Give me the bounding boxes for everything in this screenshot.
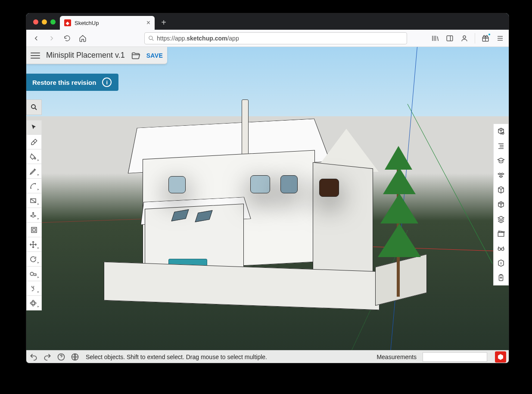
browser-tab[interactable]: ◆ SketchUp × [60,16,155,30]
help-button[interactable] [56,352,66,362]
eraser-tool[interactable] [26,135,42,149]
svg-rect-6 [31,227,37,233]
svg-rect-12 [498,233,504,236]
nav-forward-button[interactable] [46,33,57,44]
model-house [117,103,341,310]
open-folder-button[interactable] [131,51,140,60]
house-shutter [319,179,339,197]
rectangle-tool[interactable]: ▸ [26,193,42,208]
window-minimize-button[interactable] [42,19,47,25]
toolbar-divider [475,33,475,43]
house-window [168,176,186,193]
walk-tool[interactable]: ▸ [26,281,42,296]
paint-tool[interactable]: ▸ [26,149,42,164]
sidebar-icon[interactable] [445,34,454,43]
model-tree [375,133,423,297]
sketchup-logo-icon[interactable] [495,351,506,363]
document-title: Minisplit Placement v.1 [46,51,125,60]
svg-point-0 [149,36,152,39]
redo-button[interactable] [43,352,52,362]
browser-tab-strip: ◆ SketchUp × + [26,13,509,30]
rotate-tool[interactable]: ▸ [26,252,42,267]
account-icon[interactable] [460,34,469,43]
tool-search-button[interactable] [26,99,42,115]
app-menu-button[interactable] [496,34,504,43]
scenes-panel[interactable] [494,226,508,241]
outliner-panel[interactable] [494,139,508,153]
tags-panel[interactable] [494,212,508,226]
move-tool[interactable]: ▸ [26,237,42,252]
offset-tool[interactable] [26,223,42,237]
measurements-label: Measurements [376,354,417,360]
notification-dot-icon [488,33,491,36]
orbit-tool[interactable]: ▸ [26,296,42,310]
app-header: Minisplit Placement v.1 SAVE [26,47,167,64]
svg-point-9 [30,302,36,304]
browser-window: ◆ SketchUp × + https://app.sketchup.com/… [26,13,509,363]
arc-tool[interactable]: ▸ [26,179,42,193]
save-button[interactable]: SAVE [146,52,163,59]
info-icon[interactable]: i [102,78,112,87]
export-panel[interactable] [494,270,508,285]
line-tool[interactable]: ▸ [26,164,42,179]
house-window [250,175,270,193]
nav-reload-button[interactable] [62,33,73,44]
instructor-panel[interactable] [494,153,508,168]
styles-panel[interactable] [494,197,508,212]
toolbar-right [431,33,504,43]
model-info-panel[interactable] [494,256,508,270]
restore-label: Restore this revision [32,79,96,86]
tab-title: SketchUp [75,20,99,26]
search-icon [30,103,38,111]
svg-rect-1 [447,36,453,41]
restore-revision-banner[interactable]: Restore this revision i [26,74,118,91]
undo-button[interactable] [29,352,38,362]
search-icon [148,35,154,41]
svg-rect-7 [33,229,35,231]
pushpull-tool[interactable]: ▸ [26,208,42,223]
language-button[interactable] [70,352,80,362]
svg-point-2 [463,36,466,38]
materials-panel[interactable] [494,183,508,197]
nav-back-button[interactable] [31,33,42,44]
app-menu-button[interactable] [31,51,40,60]
whatsnew-icon[interactable] [481,34,490,43]
svg-point-8 [30,272,34,276]
nav-home-button[interactable] [77,33,88,44]
browser-toolbar: https://app.sketchup.com/app [26,30,509,47]
components-panel[interactable] [494,168,508,183]
new-tab-button[interactable]: + [157,16,170,29]
window-controls [30,19,60,30]
sketchup-favicon-icon: ◆ [64,19,71,26]
right-panel-toolbar [493,124,509,285]
house-window [280,175,298,193]
tape-tool[interactable]: ▸ [26,267,42,281]
window-close-button[interactable] [33,19,38,25]
url-text: https://app.sketchup.com/app [157,35,239,42]
left-toolbar: ▸▸▸▸▸▸▸▸▸▸ [26,99,42,310]
measurements-input[interactable] [423,352,487,362]
sketchup-app: Minisplit Placement v.1 SAVE Restore thi… [26,47,509,363]
window-zoom-button[interactable] [50,19,56,25]
svg-point-4 [31,105,35,109]
tab-close-button[interactable]: × [146,19,150,26]
status-hint: Select objects. Shift to extend select. … [86,354,267,360]
svg-point-10 [32,300,34,306]
library-icon[interactable] [431,34,439,43]
select-tool[interactable] [26,120,42,135]
address-bar[interactable]: https://app.sketchup.com/app [144,32,407,44]
entity-info-panel[interactable] [494,124,508,139]
display-panel[interactable] [494,241,508,256]
3d-viewport[interactable] [26,47,509,363]
status-bar: Select objects. Shift to extend select. … [26,350,509,363]
